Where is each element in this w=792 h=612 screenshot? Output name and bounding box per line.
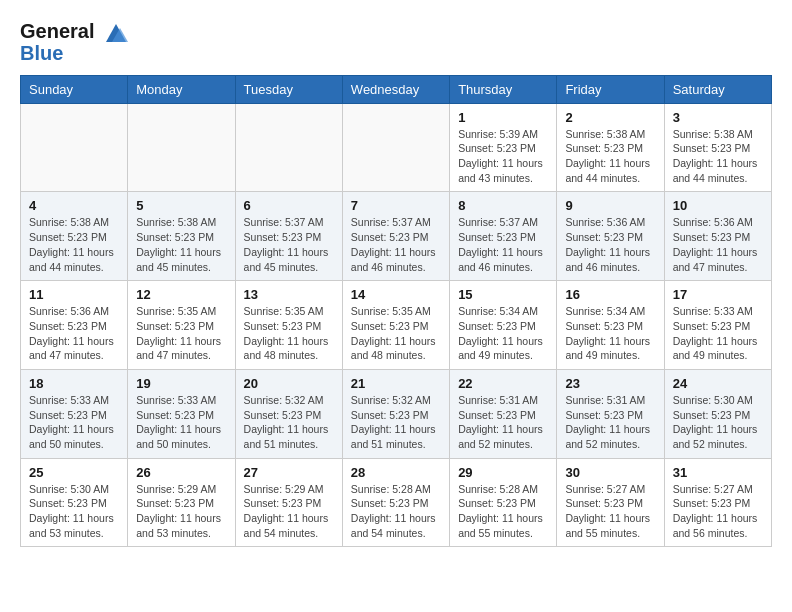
day-number: 24	[673, 376, 763, 391]
calendar-cell: 21Sunrise: 5:32 AMSunset: 5:23 PMDayligh…	[342, 369, 449, 458]
day-number: 20	[244, 376, 334, 391]
day-number: 18	[29, 376, 119, 391]
day-number: 17	[673, 287, 763, 302]
calendar-week-5: 25Sunrise: 5:30 AMSunset: 5:23 PMDayligh…	[21, 458, 772, 547]
calendar-cell	[342, 103, 449, 192]
calendar-cell: 2Sunrise: 5:38 AMSunset: 5:23 PMDaylight…	[557, 103, 664, 192]
calendar-week-3: 11Sunrise: 5:36 AMSunset: 5:23 PMDayligh…	[21, 281, 772, 370]
weekday-header-row: SundayMondayTuesdayWednesdayThursdayFrid…	[21, 75, 772, 103]
day-info: Sunrise: 5:28 AMSunset: 5:23 PMDaylight:…	[351, 482, 441, 541]
day-info: Sunrise: 5:36 AMSunset: 5:23 PMDaylight:…	[673, 215, 763, 274]
day-info: Sunrise: 5:31 AMSunset: 5:23 PMDaylight:…	[565, 393, 655, 452]
day-info: Sunrise: 5:35 AMSunset: 5:23 PMDaylight:…	[351, 304, 441, 363]
weekday-header-wednesday: Wednesday	[342, 75, 449, 103]
day-info: Sunrise: 5:28 AMSunset: 5:23 PMDaylight:…	[458, 482, 548, 541]
calendar-cell	[235, 103, 342, 192]
day-number: 27	[244, 465, 334, 480]
day-number: 30	[565, 465, 655, 480]
calendar-week-1: 1Sunrise: 5:39 AMSunset: 5:23 PMDaylight…	[21, 103, 772, 192]
calendar-cell: 30Sunrise: 5:27 AMSunset: 5:23 PMDayligh…	[557, 458, 664, 547]
day-number: 11	[29, 287, 119, 302]
calendar-cell: 4Sunrise: 5:38 AMSunset: 5:23 PMDaylight…	[21, 192, 128, 281]
day-info: Sunrise: 5:27 AMSunset: 5:23 PMDaylight:…	[565, 482, 655, 541]
calendar-cell: 14Sunrise: 5:35 AMSunset: 5:23 PMDayligh…	[342, 281, 449, 370]
calendar-cell: 29Sunrise: 5:28 AMSunset: 5:23 PMDayligh…	[450, 458, 557, 547]
day-info: Sunrise: 5:38 AMSunset: 5:23 PMDaylight:…	[136, 215, 226, 274]
day-info: Sunrise: 5:33 AMSunset: 5:23 PMDaylight:…	[136, 393, 226, 452]
calendar-cell	[21, 103, 128, 192]
calendar-cell: 12Sunrise: 5:35 AMSunset: 5:23 PMDayligh…	[128, 281, 235, 370]
day-number: 14	[351, 287, 441, 302]
calendar-week-2: 4Sunrise: 5:38 AMSunset: 5:23 PMDaylight…	[21, 192, 772, 281]
calendar-week-4: 18Sunrise: 5:33 AMSunset: 5:23 PMDayligh…	[21, 369, 772, 458]
weekday-header-sunday: Sunday	[21, 75, 128, 103]
day-number: 29	[458, 465, 548, 480]
day-info: Sunrise: 5:32 AMSunset: 5:23 PMDaylight:…	[244, 393, 334, 452]
page-header: General Blue	[20, 20, 772, 65]
day-number: 15	[458, 287, 548, 302]
day-info: Sunrise: 5:30 AMSunset: 5:23 PMDaylight:…	[29, 482, 119, 541]
calendar-cell: 31Sunrise: 5:27 AMSunset: 5:23 PMDayligh…	[664, 458, 771, 547]
day-info: Sunrise: 5:36 AMSunset: 5:23 PMDaylight:…	[565, 215, 655, 274]
day-info: Sunrise: 5:33 AMSunset: 5:23 PMDaylight:…	[29, 393, 119, 452]
calendar-cell: 27Sunrise: 5:29 AMSunset: 5:23 PMDayligh…	[235, 458, 342, 547]
day-number: 6	[244, 198, 334, 213]
calendar-cell: 1Sunrise: 5:39 AMSunset: 5:23 PMDaylight…	[450, 103, 557, 192]
day-number: 8	[458, 198, 548, 213]
calendar-cell: 26Sunrise: 5:29 AMSunset: 5:23 PMDayligh…	[128, 458, 235, 547]
day-info: Sunrise: 5:37 AMSunset: 5:23 PMDaylight:…	[458, 215, 548, 274]
day-info: Sunrise: 5:33 AMSunset: 5:23 PMDaylight:…	[673, 304, 763, 363]
calendar-cell: 20Sunrise: 5:32 AMSunset: 5:23 PMDayligh…	[235, 369, 342, 458]
day-number: 22	[458, 376, 548, 391]
day-number: 2	[565, 110, 655, 125]
day-info: Sunrise: 5:35 AMSunset: 5:23 PMDaylight:…	[244, 304, 334, 363]
weekday-header-friday: Friday	[557, 75, 664, 103]
day-info: Sunrise: 5:38 AMSunset: 5:23 PMDaylight:…	[29, 215, 119, 274]
calendar-cell: 28Sunrise: 5:28 AMSunset: 5:23 PMDayligh…	[342, 458, 449, 547]
weekday-header-tuesday: Tuesday	[235, 75, 342, 103]
weekday-header-thursday: Thursday	[450, 75, 557, 103]
calendar-cell: 19Sunrise: 5:33 AMSunset: 5:23 PMDayligh…	[128, 369, 235, 458]
calendar-cell: 13Sunrise: 5:35 AMSunset: 5:23 PMDayligh…	[235, 281, 342, 370]
day-info: Sunrise: 5:27 AMSunset: 5:23 PMDaylight:…	[673, 482, 763, 541]
day-info: Sunrise: 5:39 AMSunset: 5:23 PMDaylight:…	[458, 127, 548, 186]
day-number: 16	[565, 287, 655, 302]
day-number: 12	[136, 287, 226, 302]
day-info: Sunrise: 5:38 AMSunset: 5:23 PMDaylight:…	[565, 127, 655, 186]
logo-blue: Blue	[20, 42, 130, 65]
day-info: Sunrise: 5:31 AMSunset: 5:23 PMDaylight:…	[458, 393, 548, 452]
calendar-cell: 7Sunrise: 5:37 AMSunset: 5:23 PMDaylight…	[342, 192, 449, 281]
day-number: 21	[351, 376, 441, 391]
day-number: 26	[136, 465, 226, 480]
calendar-cell: 10Sunrise: 5:36 AMSunset: 5:23 PMDayligh…	[664, 192, 771, 281]
calendar-cell: 11Sunrise: 5:36 AMSunset: 5:23 PMDayligh…	[21, 281, 128, 370]
day-info: Sunrise: 5:38 AMSunset: 5:23 PMDaylight:…	[673, 127, 763, 186]
calendar-cell: 18Sunrise: 5:33 AMSunset: 5:23 PMDayligh…	[21, 369, 128, 458]
calendar-cell: 22Sunrise: 5:31 AMSunset: 5:23 PMDayligh…	[450, 369, 557, 458]
day-info: Sunrise: 5:37 AMSunset: 5:23 PMDaylight:…	[351, 215, 441, 274]
day-number: 25	[29, 465, 119, 480]
day-info: Sunrise: 5:37 AMSunset: 5:23 PMDaylight:…	[244, 215, 334, 274]
day-number: 19	[136, 376, 226, 391]
logo-icon	[102, 22, 130, 44]
calendar-cell: 15Sunrise: 5:34 AMSunset: 5:23 PMDayligh…	[450, 281, 557, 370]
calendar-cell	[128, 103, 235, 192]
calendar-cell: 9Sunrise: 5:36 AMSunset: 5:23 PMDaylight…	[557, 192, 664, 281]
weekday-header-saturday: Saturday	[664, 75, 771, 103]
day-number: 10	[673, 198, 763, 213]
calendar-cell: 23Sunrise: 5:31 AMSunset: 5:23 PMDayligh…	[557, 369, 664, 458]
day-number: 28	[351, 465, 441, 480]
calendar-cell: 6Sunrise: 5:37 AMSunset: 5:23 PMDaylight…	[235, 192, 342, 281]
logo: General Blue	[20, 20, 130, 65]
day-info: Sunrise: 5:29 AMSunset: 5:23 PMDaylight:…	[244, 482, 334, 541]
calendar-cell: 5Sunrise: 5:38 AMSunset: 5:23 PMDaylight…	[128, 192, 235, 281]
calendar-table: SundayMondayTuesdayWednesdayThursdayFrid…	[20, 75, 772, 548]
day-number: 5	[136, 198, 226, 213]
day-info: Sunrise: 5:36 AMSunset: 5:23 PMDaylight:…	[29, 304, 119, 363]
day-number: 7	[351, 198, 441, 213]
day-number: 23	[565, 376, 655, 391]
day-number: 9	[565, 198, 655, 213]
day-number: 13	[244, 287, 334, 302]
day-info: Sunrise: 5:34 AMSunset: 5:23 PMDaylight:…	[458, 304, 548, 363]
day-number: 4	[29, 198, 119, 213]
